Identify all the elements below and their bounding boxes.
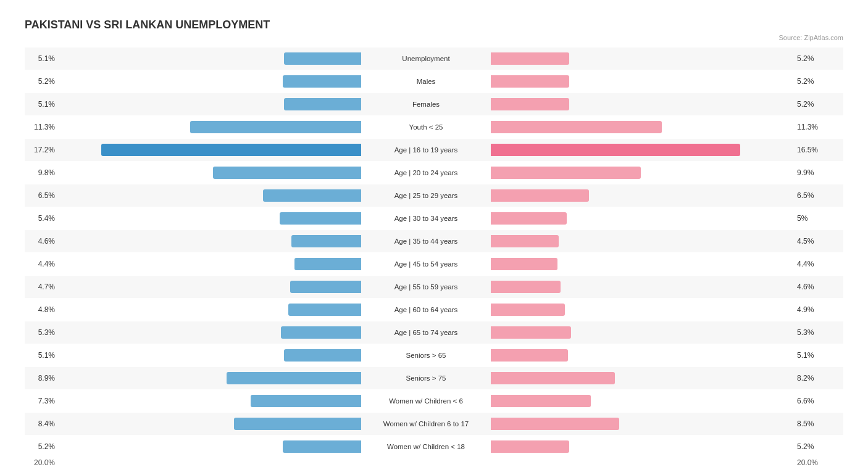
left-bar bbox=[263, 189, 361, 202]
chart-row: 6.5% Age | 25 to 29 years 6.5% bbox=[25, 184, 843, 207]
left-bar-container bbox=[59, 258, 361, 270]
left-value: 5.2% bbox=[25, 77, 59, 86]
left-bar bbox=[281, 326, 361, 339]
left-value: 5.3% bbox=[25, 328, 59, 337]
row-label: Age | 65 to 74 years bbox=[361, 329, 491, 336]
left-bar-container bbox=[59, 235, 361, 247]
chart-row: 4.7% Age | 55 to 59 years 4.6% bbox=[25, 276, 843, 298]
right-bar-container bbox=[491, 395, 793, 407]
left-bar-container bbox=[59, 372, 361, 384]
right-bar bbox=[491, 189, 589, 202]
left-bar-container bbox=[59, 395, 361, 407]
left-value: 11.3% bbox=[25, 123, 59, 131]
left-bar-container bbox=[59, 75, 361, 88]
right-bar-container bbox=[491, 235, 793, 247]
right-bar-container bbox=[491, 258, 793, 270]
left-bar-container bbox=[59, 304, 361, 316]
right-bar bbox=[491, 326, 571, 339]
axis-row: 20.0% 20.0% bbox=[25, 458, 843, 467]
right-bar-container bbox=[491, 372, 793, 384]
right-value: 5.3% bbox=[793, 328, 827, 337]
left-bar bbox=[284, 52, 361, 65]
right-bar-container bbox=[491, 304, 793, 316]
left-bar bbox=[283, 75, 361, 88]
chart-area: 5.1% Unemployment 5.2% 5.2% Males 5.2% 5… bbox=[25, 48, 843, 458]
right-value: 5% bbox=[793, 214, 827, 223]
chart-row: 5.2% Males 5.2% bbox=[25, 70, 843, 93]
right-value: 5.2% bbox=[793, 54, 827, 63]
right-value: 4.5% bbox=[793, 237, 827, 246]
right-bar bbox=[491, 75, 569, 88]
left-bar-container bbox=[59, 326, 361, 339]
chart-row: 9.8% Age | 20 to 24 years 9.9% bbox=[25, 162, 843, 184]
left-value: 4.4% bbox=[25, 260, 59, 268]
row-label: Seniors > 75 bbox=[361, 374, 491, 382]
left-bar-container bbox=[59, 440, 361, 453]
chart-row: 5.1% Seniors > 65 5.1% bbox=[25, 344, 843, 366]
chart-row: 4.6% Age | 35 to 44 years 4.5% bbox=[25, 230, 843, 252]
row-label: Males bbox=[361, 78, 491, 85]
left-bar bbox=[284, 349, 361, 362]
axis-left-value: 20.0% bbox=[25, 458, 59, 467]
row-label: Seniors > 65 bbox=[361, 352, 491, 359]
left-bar-container bbox=[59, 418, 361, 430]
chart-row: 4.4% Age | 45 to 54 years 4.4% bbox=[25, 253, 843, 275]
left-bar bbox=[190, 121, 361, 133]
left-bar bbox=[290, 281, 361, 293]
right-value: 6.5% bbox=[793, 191, 827, 200]
right-bar bbox=[491, 281, 561, 293]
right-bar-container bbox=[491, 189, 793, 202]
right-bar bbox=[491, 121, 662, 133]
right-bar bbox=[491, 258, 557, 270]
left-value: 8.9% bbox=[25, 374, 59, 382]
left-value: 6.5% bbox=[25, 191, 59, 200]
row-label: Age | 16 to 19 years bbox=[361, 146, 491, 154]
chart-title: PAKISTANI VS SRI LANKAN UNEMPLOYMENT bbox=[25, 19, 843, 31]
chart-row: 17.2% Age | 16 to 19 years 16.5% bbox=[25, 139, 843, 161]
left-value: 4.7% bbox=[25, 283, 59, 291]
right-bar-container bbox=[491, 52, 793, 65]
right-value: 11.3% bbox=[793, 123, 827, 131]
left-bar bbox=[283, 440, 361, 453]
left-bar bbox=[227, 372, 361, 384]
chart-row: 11.3% Youth < 25 11.3% bbox=[25, 116, 843, 138]
left-bar bbox=[291, 235, 361, 247]
right-value: 8.5% bbox=[793, 419, 827, 428]
left-value: 5.1% bbox=[25, 351, 59, 360]
right-bar bbox=[491, 98, 569, 110]
left-value: 9.8% bbox=[25, 168, 59, 177]
source-label: Source: ZipAtlas.com bbox=[25, 34, 843, 41]
left-value: 5.2% bbox=[25, 442, 59, 451]
chart-row: 5.4% Age | 30 to 34 years 5% bbox=[25, 207, 843, 229]
right-bar-container bbox=[491, 418, 793, 430]
left-value: 5.1% bbox=[25, 100, 59, 109]
right-value: 4.6% bbox=[793, 283, 827, 291]
right-bar bbox=[491, 52, 569, 65]
row-label: Age | 20 to 24 years bbox=[361, 169, 491, 176]
row-label: Age | 55 to 59 years bbox=[361, 283, 491, 291]
right-bar bbox=[491, 349, 568, 362]
left-bar bbox=[284, 98, 361, 110]
chart-row: 7.3% Women w/ Children < 6 6.6% bbox=[25, 390, 843, 412]
row-label: Unemployment bbox=[361, 55, 491, 62]
row-label: Age | 30 to 34 years bbox=[361, 215, 491, 222]
chart-row: 5.2% Women w/ Children < 18 5.2% bbox=[25, 436, 843, 458]
left-bar bbox=[101, 144, 361, 156]
row-label: Youth < 25 bbox=[361, 123, 491, 131]
right-bar-container bbox=[491, 98, 793, 110]
left-bar bbox=[213, 167, 361, 179]
right-value: 5.1% bbox=[793, 351, 827, 360]
right-value: 5.2% bbox=[793, 77, 827, 86]
right-bar-container bbox=[491, 326, 793, 339]
left-value: 5.1% bbox=[25, 54, 59, 63]
left-bar-container bbox=[59, 52, 361, 65]
left-value: 17.2% bbox=[25, 146, 59, 154]
right-bar bbox=[491, 304, 565, 316]
left-value: 7.3% bbox=[25, 397, 59, 405]
left-bar-container bbox=[59, 98, 361, 110]
right-bar bbox=[491, 212, 567, 225]
right-bar bbox=[491, 395, 591, 407]
chart-row: 5.1% Unemployment 5.2% bbox=[25, 48, 843, 70]
left-bar bbox=[280, 212, 361, 225]
left-value: 4.8% bbox=[25, 305, 59, 314]
